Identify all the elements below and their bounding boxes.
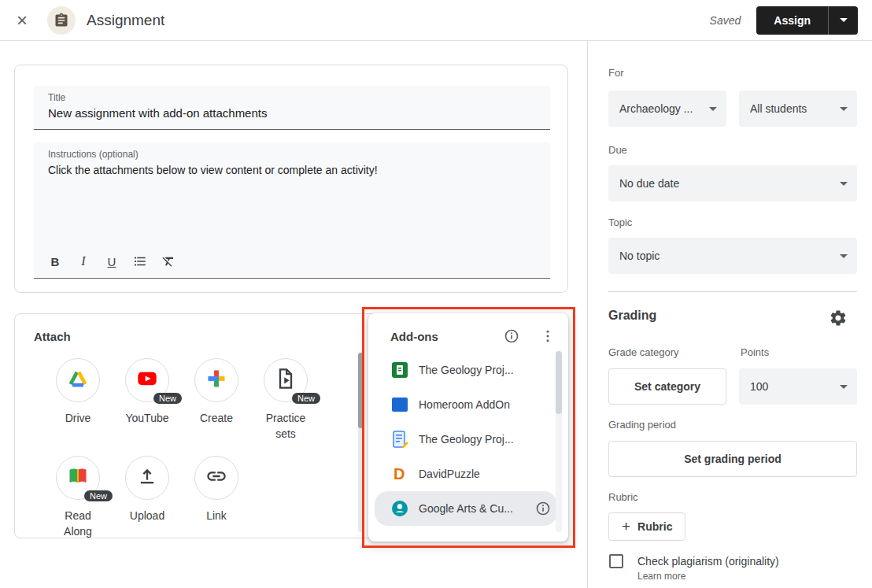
assign-dropdown-button[interactable]	[828, 6, 858, 35]
topic-dropdown-value: No topic	[619, 250, 840, 262]
instructions-input[interactable]: Instructions (optional) Click the attach…	[34, 142, 550, 279]
addon-item-geology-2[interactable]: The Geology Proj...	[375, 422, 557, 457]
new-badge: New	[153, 393, 182, 404]
italic-icon[interactable]: I	[72, 250, 95, 273]
info-icon[interactable]	[535, 501, 551, 516]
bulleted-list-icon[interactable]	[128, 250, 152, 273]
attach-item-label: Upload	[130, 508, 164, 523]
attach-item-drive: Drive	[43, 358, 113, 442]
upload-button[interactable]	[125, 456, 169, 500]
assignment-form-card: Title New assignment with add-on attachm…	[14, 65, 568, 293]
youtube-icon	[136, 368, 158, 393]
save-status: Saved	[710, 14, 741, 27]
grading-section-title: Grading	[608, 309, 656, 323]
attach-row-2: New Read Along Upload Link	[43, 456, 251, 539]
rubric-label: Rubric	[608, 491, 638, 503]
title-field-value: New assignment with add-on attachments	[48, 106, 267, 120]
bold-icon[interactable]: B	[43, 250, 67, 273]
points-dropdown[interactable]: 100	[739, 368, 857, 405]
due-date-dropdown[interactable]: No due date	[608, 165, 857, 202]
class-dropdown-value: Archaeology ...	[619, 102, 709, 115]
addon-item-label: The Geology Proj...	[419, 364, 551, 376]
chevron-down-icon	[840, 18, 848, 22]
points-value: 100	[750, 380, 840, 393]
topic-label: Topic	[608, 216, 632, 228]
set-grading-period-button[interactable]: Set grading period	[608, 441, 857, 477]
drive-button[interactable]	[56, 358, 100, 402]
attach-item-upload: Upload	[113, 456, 182, 539]
attach-section-label: Attach	[34, 330, 71, 343]
read-along-icon	[67, 465, 89, 490]
chevron-down-icon	[840, 385, 848, 389]
assign-button[interactable]: Assign	[756, 6, 828, 35]
green-doc-icon	[390, 361, 409, 379]
page-title: Assignment	[87, 12, 164, 29]
set-category-button[interactable]: Set category	[608, 368, 726, 405]
attach-item-label: Read Along	[52, 508, 104, 539]
letter-d-icon: D	[390, 464, 409, 483]
more-options-icon[interactable]	[540, 328, 556, 344]
gear-icon[interactable]	[827, 307, 849, 329]
for-label: For	[608, 67, 624, 79]
addon-item-label: DavidPuzzle	[419, 468, 551, 480]
upload-icon	[136, 465, 158, 490]
assign-split-button: Assign	[756, 6, 858, 35]
top-bar: × Assignment Saved Assign	[0, 0, 872, 41]
attach-scrollbar[interactable]	[358, 353, 364, 532]
formatting-toolbar: B I U	[43, 250, 180, 273]
drive-icon	[67, 368, 89, 393]
new-badge: New	[84, 490, 113, 501]
addon-item-label: The Geology Proj...	[419, 433, 551, 446]
attach-item-label: Create	[200, 410, 233, 426]
addons-scrollbar[interactable]	[556, 351, 562, 532]
addon-item-label: Homeroom AddOn	[419, 398, 551, 411]
instructions-field-label: Instructions (optional)	[48, 149, 139, 160]
grade-category-label: Grade category	[608, 346, 679, 358]
attach-item-practice-sets: New Practice sets	[251, 358, 320, 442]
addon-item-label: Google Arts & Cu...	[419, 502, 535, 515]
addons-header: Add-ons	[368, 313, 568, 349]
svg-text:D: D	[394, 465, 405, 483]
attach-item-create: Create	[182, 358, 251, 442]
underline-icon[interactable]: U	[100, 250, 124, 273]
addon-item-homeroom[interactable]: Homeroom AddOn	[375, 387, 557, 422]
attach-item-label: Drive	[65, 410, 91, 426]
learn-more-link[interactable]: Learn more	[637, 571, 685, 582]
link-icon	[205, 465, 227, 490]
attach-row-1: Drive New YouTube	[43, 358, 320, 442]
plagiarism-checkbox[interactable]	[609, 554, 623, 568]
instructions-field-value: Click the attachments below to view cont…	[48, 164, 378, 176]
close-button[interactable]: ×	[9, 8, 35, 33]
students-dropdown-value: All students	[750, 102, 840, 115]
chevron-down-icon	[709, 107, 717, 111]
attach-item-label: YouTube	[125, 410, 168, 426]
assignment-modal: × Assignment Saved Assign Title New assi…	[0, 0, 872, 588]
class-dropdown[interactable]: Archaeology ...	[608, 91, 726, 127]
grading-period-label: Grading period	[608, 419, 676, 431]
link-button[interactable]	[194, 456, 238, 500]
addon-item-google-arts-culture[interactable]: Google Arts & Cu...	[375, 491, 557, 526]
create-button[interactable]	[194, 358, 238, 402]
attach-item-read-along: New Read Along	[43, 456, 113, 539]
addons-list: The Geology Proj... Homeroom AddOn The G…	[368, 353, 568, 526]
attach-scrollbar-thumb[interactable]	[358, 353, 364, 428]
addon-item-davidpuzzle[interactable]: D DavidPuzzle	[375, 457, 557, 491]
title-input[interactable]: Title New assignment with add-on attachm…	[34, 86, 550, 130]
addons-scrollbar-thumb[interactable]	[556, 351, 562, 414]
info-icon[interactable]	[504, 328, 519, 344]
doc-pencil-icon	[390, 430, 409, 449]
addon-item-geology-1[interactable]: The Geology Proj...	[375, 353, 557, 387]
plagiarism-label: Check plagiarism (originality)	[637, 555, 779, 568]
due-dropdown-value: No due date	[619, 177, 840, 190]
attach-item-label: Link	[206, 508, 227, 523]
assignment-icon	[47, 6, 76, 35]
settings-sidebar: For Archaeology ... All students Due No …	[587, 41, 872, 588]
create-plus-icon	[205, 368, 227, 393]
add-rubric-button[interactable]: + Rubric	[608, 512, 685, 541]
clear-formatting-icon[interactable]	[157, 250, 180, 273]
divider	[608, 291, 857, 292]
attach-item-youtube: New YouTube	[113, 358, 182, 442]
students-dropdown[interactable]: All students	[739, 91, 857, 127]
blue-square-icon	[390, 395, 409, 414]
topic-dropdown[interactable]: No topic	[608, 238, 857, 274]
